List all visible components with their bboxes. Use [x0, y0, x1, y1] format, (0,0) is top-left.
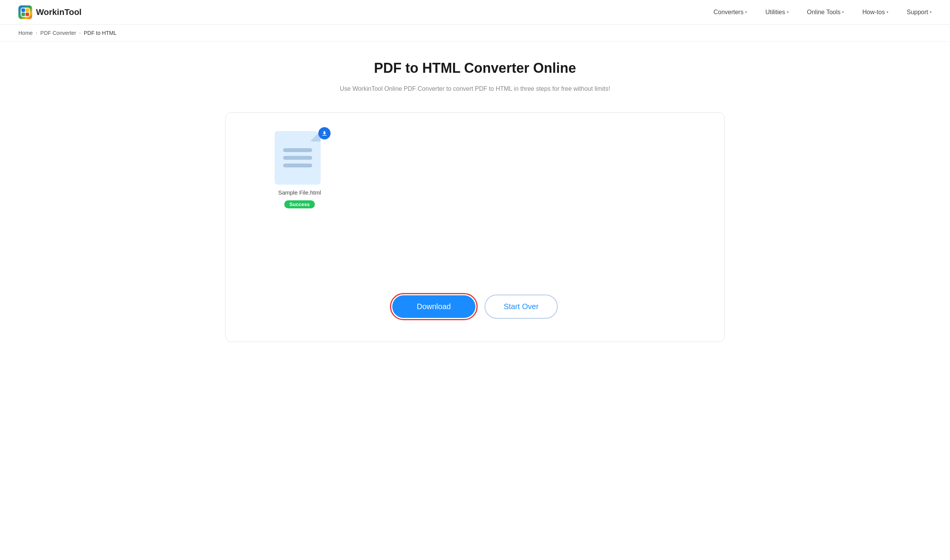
breadcrumb-current: PDF to HTML [84, 30, 117, 36]
chevron-down-icon: ▾ [745, 10, 747, 14]
nav-how-tos[interactable]: How-tos ▾ [862, 9, 888, 16]
download-badge-icon [318, 127, 331, 139]
download-button[interactable]: Download [392, 295, 475, 318]
logo-icon [18, 5, 32, 19]
breadcrumb: Home › PDF Converter › PDF to HTML [0, 25, 950, 42]
logo-text: WorkinTool [36, 7, 82, 17]
file-icon-line-2 [283, 156, 312, 160]
action-buttons: Download Start Over [244, 295, 706, 319]
chevron-down-icon: ▾ [842, 10, 844, 14]
start-over-button[interactable]: Start Over [485, 295, 558, 319]
nav-utilities[interactable]: Utilities ▾ [765, 9, 789, 16]
nav-support[interactable]: Support ▾ [907, 9, 932, 16]
header: WorkinTool Converters ▾ Utilities ▾ Onli… [0, 0, 950, 25]
file-icon-line-1 [283, 148, 312, 152]
svg-rect-4 [26, 12, 29, 16]
chevron-down-icon: ▾ [787, 10, 789, 14]
converter-box: Sample File.html Success Download Start … [225, 112, 725, 342]
file-icon-body [275, 131, 321, 185]
breadcrumb-pdf-converter[interactable]: PDF Converter [40, 30, 76, 36]
breadcrumb-separator-2: › [79, 30, 81, 36]
breadcrumb-home[interactable]: Home [18, 30, 33, 36]
nav-converters[interactable]: Converters ▾ [714, 9, 747, 16]
file-area: Sample File.html Success [244, 131, 706, 272]
page-subtitle: Use WorkinTool Online PDF Converter to c… [225, 84, 725, 94]
svg-rect-2 [26, 8, 29, 12]
page-title: PDF to HTML Converter Online [225, 60, 725, 76]
main-content: PDF to HTML Converter Online Use WorkinT… [207, 42, 743, 373]
main-nav: Converters ▾ Utilities ▾ Online Tools ▾ … [714, 9, 932, 16]
svg-rect-3 [21, 12, 25, 16]
file-icon [275, 131, 324, 185]
chevron-down-icon: ▾ [886, 10, 888, 14]
file-icon-line-3 [283, 164, 312, 167]
svg-rect-1 [21, 8, 25, 12]
status-badge: Success [284, 200, 315, 208]
nav-online-tools[interactable]: Online Tools ▾ [807, 9, 844, 16]
logo-area[interactable]: WorkinTool [18, 5, 82, 19]
file-item: Sample File.html Success [275, 131, 324, 208]
chevron-down-icon: ▾ [930, 10, 932, 14]
breadcrumb-separator-1: › [36, 30, 37, 36]
file-name: Sample File.html [278, 189, 321, 196]
